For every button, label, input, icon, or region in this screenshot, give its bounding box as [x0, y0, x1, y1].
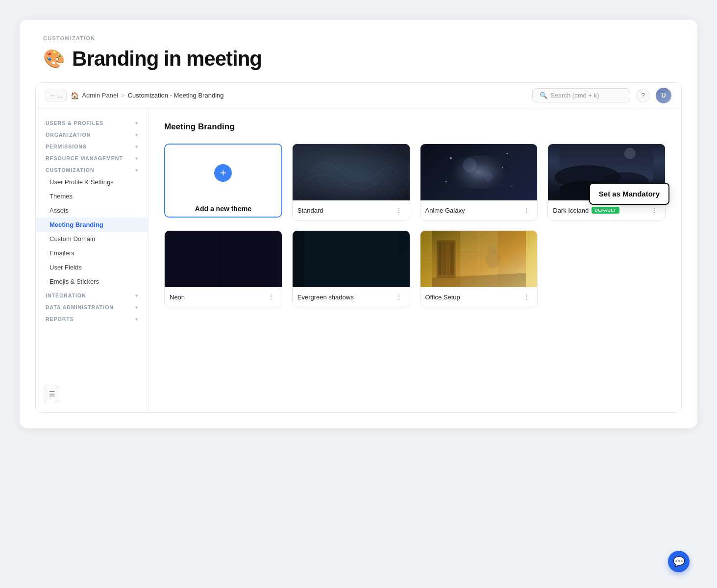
svg-point-1 [332, 163, 370, 181]
sidebar-collapse-button[interactable]: ☰ [44, 386, 60, 402]
evergreen-name: Evergreen shadows [297, 294, 354, 301]
standard-menu-button[interactable]: ⋮ [393, 204, 405, 216]
section-label: CUSTOMIZATION [43, 35, 674, 41]
sidebar-section-organization-label: ORGANIZATION [46, 132, 91, 138]
sidebar-item-integration[interactable]: INTEGRATION ▾ [36, 289, 148, 300]
topbar-right: 🔍 Search (cmd + k) ? U [532, 88, 671, 103]
sidebar-section-permissions-label: PERMISSIONS [46, 144, 87, 149]
chevron-down-icon: ▾ [135, 305, 138, 310]
chevron-down-icon: ▾ [135, 144, 138, 149]
evergreen-footer: Evergreen shadows ⋮ [293, 287, 410, 307]
svg-point-5 [449, 157, 451, 159]
add-new-footer: Add a new theme [165, 201, 281, 217]
svg-rect-18 [304, 231, 398, 287]
add-new-plus-icon: + [214, 164, 232, 182]
svg-point-11 [624, 148, 636, 159]
sidebar-item-reports[interactable]: REPORTS ▾ [36, 312, 148, 324]
sidebar-item-customization[interactable]: CUSTOMIZATION ▾ [36, 163, 148, 175]
sidebar: USERS & PROFILES ▾ ORGANIZATION ▾ PERMIS… [36, 108, 148, 412]
back-label: ← ... [50, 92, 62, 99]
breadcrumb-separator: > [121, 92, 125, 99]
app-shell: ← ... 🏠 Admin Panel > Customization - Me… [35, 82, 682, 413]
search-box[interactable]: 🔍 Search (cmd + k) [532, 88, 630, 102]
sidebar-item-meeting-branding[interactable]: Meeting Branding [36, 218, 148, 232]
standard-theme-inner: Standard ⋮ [292, 144, 410, 220]
content-title: Meeting Branding [164, 122, 666, 132]
app-topbar: ← ... 🏠 Admin Panel > Customization - Me… [36, 83, 681, 108]
search-placeholder: Search (cmd + k) [550, 92, 599, 99]
svg-point-29 [488, 244, 497, 253]
home-icon[interactable]: 🏠 [71, 92, 79, 99]
add-new-theme-card[interactable]: + Add a new theme [164, 144, 282, 220]
sidebar-item-emojis-stickers[interactable]: Emojis & Stickers [36, 274, 148, 289]
neon-footer: Neon ⋮ [165, 287, 282, 307]
sidebar-section-users-profiles-label: USERS & PROFILES [46, 120, 103, 126]
neon-theme-card[interactable]: Neon ⋮ [164, 230, 282, 307]
sidebar-item-themes[interactable]: Themes [36, 189, 148, 203]
sidebar-item-organization[interactable]: ORGANIZATION ▾ [36, 128, 148, 140]
sidebar-item-data-administration[interactable]: DATA ADMINISTRATION ▾ [36, 300, 148, 312]
anime-galaxy-inner: Anime Galaxy ⋮ [420, 144, 538, 220]
svg-rect-22 [442, 242, 446, 275]
sidebar-item-permissions[interactable]: PERMISSIONS ▾ [36, 140, 148, 151]
office-setup-theme-card[interactable]: Office Setup ⋮ [420, 230, 538, 307]
neon-inner: Neon ⋮ [164, 230, 282, 307]
default-badge: DEFAULT [592, 207, 619, 214]
svg-point-8 [445, 181, 446, 182]
anime-galaxy-footer: Anime Galaxy ⋮ [420, 200, 538, 220]
breadcrumb-root[interactable]: Admin Panel [82, 92, 118, 99]
collapse-icon: ☰ [49, 390, 55, 398]
avatar[interactable]: U [656, 88, 671, 103]
svg-rect-24 [450, 243, 453, 275]
evergreen-menu-button[interactable]: ⋮ [393, 291, 405, 303]
dark-iceland-menu-button[interactable]: ⋮ [648, 204, 660, 216]
page-title-row: 🎨 Branding in meeting [43, 47, 674, 71]
evergreen-theme-card[interactable]: Evergreen shadows ⋮ [292, 230, 410, 307]
set-as-mandatory-popup[interactable]: Set as Mandatory [589, 183, 669, 205]
avatar-initials: U [661, 92, 666, 99]
back-button[interactable]: ← ... [46, 90, 67, 101]
svg-rect-21 [438, 242, 441, 275]
sidebar-item-custom-domain[interactable]: Custom Domain [36, 232, 148, 246]
sidebar-item-users-profiles[interactable]: USERS & PROFILES ▾ [36, 116, 148, 128]
add-new-thumbnail: + [165, 145, 281, 201]
page-header: CUSTOMIZATION 🎨 Branding in meeting [20, 20, 697, 82]
chat-bubble-button[interactable]: 💬 [668, 551, 690, 572]
anime-galaxy-menu-button[interactable]: ⋮ [520, 204, 532, 216]
office-setup-menu-button[interactable]: ⋮ [520, 291, 532, 303]
standard-footer: Standard ⋮ [293, 200, 410, 220]
standard-theme-card[interactable]: Standard ⋮ [292, 144, 410, 220]
sidebar-section-integration-label: INTEGRATION [46, 293, 86, 298]
page-wrapper: CUSTOMIZATION 🎨 Branding in meeting ← ..… [20, 20, 697, 428]
themes-grid: + Add a new theme [164, 144, 666, 307]
sidebar-item-assets[interactable]: Assets [36, 203, 148, 218]
sidebar-item-resource-management[interactable]: RESOURCE MANAGEMENT ▾ [36, 151, 148, 163]
sidebar-item-user-profile-settings[interactable]: User Profile & Settings [36, 175, 148, 189]
chat-icon: 💬 [673, 556, 685, 567]
evergreen-thumbnail [293, 231, 410, 287]
topbar-left: ← ... 🏠 Admin Panel > Customization - Me… [46, 90, 223, 101]
sidebar-item-emailers[interactable]: Emailers [36, 246, 148, 260]
sidebar-item-user-fields[interactable]: User Fields [36, 260, 148, 274]
sidebar-section-data-administration-label: DATA ADMINISTRATION [46, 304, 114, 310]
chevron-down-icon: ▾ [135, 121, 138, 126]
breadcrumb: 🏠 Admin Panel > Customization - Meeting … [71, 92, 223, 99]
office-setup-thumbnail [420, 231, 538, 287]
svg-point-7 [511, 186, 512, 187]
sidebar-section-resource-management-label: RESOURCE MANAGEMENT [46, 155, 123, 161]
dark-iceland-theme-card[interactable]: Dark Iceland DEFAULT ⋮ Set as Mandatory [547, 144, 666, 220]
sidebar-section-customization-label: CUSTOMIZATION [46, 167, 95, 173]
svg-point-0 [323, 158, 379, 187]
anime-galaxy-theme-card[interactable]: Anime Galaxy ⋮ [420, 144, 538, 220]
add-new-label: Add a new theme [195, 205, 251, 213]
neon-menu-button[interactable]: ⋮ [265, 291, 277, 303]
svg-point-4 [483, 172, 493, 182]
chevron-down-icon: ▾ [135, 156, 138, 161]
neon-thumbnail [165, 231, 282, 287]
dark-iceland-badges: Dark Iceland DEFAULT [553, 207, 619, 214]
help-button[interactable]: ? [636, 89, 650, 102]
anime-galaxy-thumbnail [420, 144, 538, 200]
add-new-theme-inner: + Add a new theme [164, 144, 282, 218]
office-setup-footer: Office Setup ⋮ [420, 287, 538, 307]
page-title: Branding in meeting [72, 47, 262, 71]
